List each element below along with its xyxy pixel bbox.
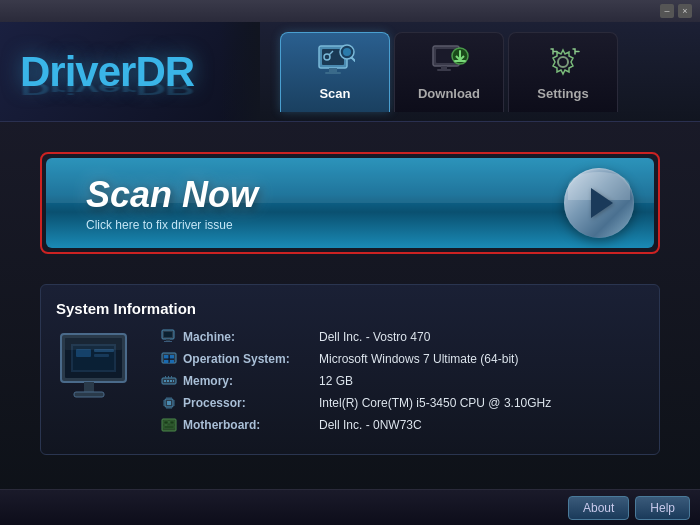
motherboard-icon	[161, 417, 177, 433]
svg-rect-61	[164, 421, 168, 424]
processor-value: Intel(R) Core(TM) i5-3450 CPU @ 3.10GHz	[319, 396, 551, 410]
os-value: Microsoft Windows 7 Ultimate (64-bit)	[319, 352, 518, 366]
logo-area: DriverDR DriverDR	[0, 22, 260, 121]
settings-tab-icon	[543, 44, 583, 80]
about-button[interactable]: About	[568, 496, 629, 520]
svg-rect-41	[170, 380, 172, 382]
content-area: Scan Now Click here to fix driver issue …	[0, 122, 700, 485]
info-row-memory: Memory: 12 GB	[161, 373, 644, 389]
machine-value: Dell Inc. - Vostro 470	[319, 330, 430, 344]
svg-rect-25	[74, 392, 104, 397]
arrow-triangle-icon	[591, 188, 613, 218]
svg-point-5	[343, 48, 351, 56]
computer-icon	[56, 329, 146, 409]
motherboard-value: Dell Inc. - 0NW73C	[319, 418, 422, 432]
scan-now-button[interactable]: Scan Now Click here to fix driver issue	[46, 158, 654, 248]
processor-label: Processor:	[183, 396, 313, 410]
nav-tabs: Scan Download	[280, 22, 618, 121]
svg-rect-29	[166, 339, 170, 341]
os-icon	[161, 351, 177, 367]
svg-line-6	[352, 58, 356, 62]
scan-button-wrapper: Scan Now Click here to fix driver issue	[40, 152, 660, 254]
svg-rect-47	[167, 401, 171, 405]
tab-scan[interactable]: Scan	[280, 32, 390, 112]
memory-icon	[161, 373, 177, 389]
machine-icon	[161, 329, 177, 345]
window-controls: – ×	[660, 4, 692, 18]
memory-value: 12 GB	[319, 374, 353, 388]
svg-rect-62	[170, 421, 174, 424]
svg-rect-23	[94, 354, 109, 357]
processor-icon	[161, 395, 177, 411]
svg-rect-39	[164, 380, 166, 382]
info-row-motherboard: Motherboard: Dell Inc. - 0NW73C	[161, 417, 644, 433]
svg-rect-2	[329, 68, 337, 72]
download-tab-label: Download	[418, 86, 480, 101]
header: DriverDR DriverDR Scan	[0, 22, 700, 122]
svg-rect-26	[65, 338, 122, 350]
info-row-processor: Processor: Intel(R) Core(TM) i5-3450 CPU…	[161, 395, 644, 411]
svg-rect-34	[164, 360, 169, 363]
system-info-title: System Information	[56, 300, 644, 317]
svg-point-16	[558, 57, 568, 67]
scan-tab-label: Scan	[319, 86, 350, 101]
svg-rect-21	[76, 349, 91, 357]
machine-label: Machine:	[183, 330, 313, 344]
system-info-content: Machine: Dell Inc. - Vostro 470	[56, 329, 644, 439]
tab-settings[interactable]: Settings	[508, 32, 618, 112]
svg-rect-63	[164, 426, 174, 428]
svg-rect-40	[167, 380, 169, 382]
svg-rect-44	[168, 376, 169, 378]
svg-rect-45	[171, 376, 172, 378]
info-table: Machine: Dell Inc. - Vostro 470	[161, 329, 644, 439]
svg-rect-28	[164, 332, 172, 337]
about-label: About	[583, 501, 614, 515]
footer: About Help	[0, 489, 700, 525]
title-bar: – ×	[0, 0, 700, 22]
svg-rect-42	[173, 380, 174, 382]
memory-label: Memory:	[183, 374, 313, 388]
help-button[interactable]: Help	[635, 496, 690, 520]
minimize-button[interactable]: –	[660, 4, 674, 18]
scan-text-area: Scan Now Click here to fix driver issue	[86, 174, 258, 232]
scan-tab-icon	[315, 44, 355, 80]
logo-reflection: DriverDR	[20, 79, 194, 98]
svg-rect-24	[84, 382, 94, 392]
main-window: DriverDR DriverDR Scan	[0, 22, 700, 525]
svg-rect-12	[437, 69, 451, 71]
os-label: Operation System:	[183, 352, 313, 366]
tab-download[interactable]: Download	[394, 32, 504, 112]
settings-tab-label: Settings	[537, 86, 588, 101]
svg-rect-33	[170, 355, 174, 359]
svg-rect-11	[441, 66, 447, 69]
download-tab-icon	[429, 44, 469, 80]
help-label: Help	[650, 501, 675, 515]
scan-arrow-button[interactable]	[564, 168, 634, 238]
scan-subtitle: Click here to fix driver issue	[86, 218, 258, 232]
svg-rect-30	[164, 341, 172, 342]
svg-rect-43	[165, 376, 166, 378]
motherboard-label: Motherboard:	[183, 418, 313, 432]
svg-rect-3	[325, 72, 341, 74]
svg-rect-35	[170, 360, 174, 363]
close-button[interactable]: ×	[678, 4, 692, 18]
system-info-panel: System Information	[40, 284, 660, 455]
svg-rect-32	[164, 355, 169, 359]
scan-now-text: Scan Now	[86, 174, 258, 216]
info-row-os: Operation System: Microsoft Windows 7 Ul…	[161, 351, 644, 367]
info-row-machine: Machine: Dell Inc. - Vostro 470	[161, 329, 644, 345]
